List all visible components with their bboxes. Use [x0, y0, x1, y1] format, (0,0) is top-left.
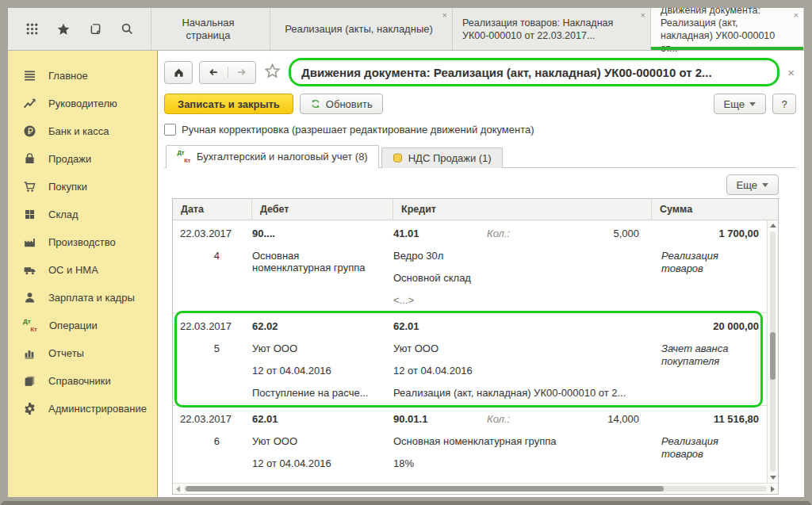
- column-header-debit[interactable]: Дебет: [252, 199, 393, 220]
- save-and-close-button[interactable]: Записать и закрыть: [164, 94, 293, 114]
- favorites-star-icon[interactable]: [56, 21, 71, 37]
- sidebar-item-prodazhi[interactable]: Продажи: [8, 145, 157, 173]
- help-button[interactable]: ?: [772, 94, 796, 114]
- search-icon[interactable]: [119, 21, 135, 37]
- column-header-date[interactable]: Дата: [173, 199, 252, 220]
- sidebar-item-label: Склад: [48, 209, 79, 220]
- sidebar-item-proizvodstvo[interactable]: Производство: [8, 228, 157, 256]
- scroll-right-icon[interactable]: [768, 486, 778, 492]
- tab-label: НДС Продажи (1): [408, 152, 492, 164]
- debit-analytics: Уют ООО: [252, 435, 393, 447]
- quick-toolbar: [8, 8, 151, 50]
- vertical-scrollbar[interactable]: [767, 220, 778, 483]
- sidebar-item-zarplata-i-kadry[interactable]: Зарплата и кадры: [8, 284, 157, 312]
- bar-chart-icon: [23, 346, 36, 360]
- refresh-button[interactable]: Обновить: [300, 94, 383, 114]
- person-icon: [23, 291, 36, 304]
- column-header-credit[interactable]: Кредит: [393, 199, 652, 220]
- tab-close-icon[interactable]: ×: [442, 11, 447, 19]
- sidebar-item-spravochniki[interactable]: Справочники: [8, 367, 157, 395]
- sidebar-item-operacii[interactable]: ДтКт Операции: [8, 312, 157, 339]
- sidebar-item-label: Покупки: [48, 181, 87, 193]
- table-rows: 22.03.2017 4 90.... Основная номенклатур…: [173, 220, 767, 483]
- tab-close-icon[interactable]: ×: [794, 11, 799, 19]
- horizontal-scroll-thumb[interactable]: [186, 486, 664, 492]
- manual-correction-checkbox[interactable]: [164, 124, 176, 136]
- tab-vat-sales[interactable]: НДС Продажи (1): [381, 147, 503, 168]
- scroll-left-icon[interactable]: [173, 486, 183, 492]
- scroll-up-icon[interactable]: [770, 220, 776, 231]
- sidebar: Главное Руководителю Банк и касса Продаж…: [8, 51, 158, 497]
- sidebar-item-label: Производство: [48, 236, 116, 248]
- history-icon[interactable]: [87, 21, 103, 37]
- row-description: Зачет аванса покупателя: [661, 342, 745, 368]
- sidebar-item-pokupki[interactable]: Покупки: [8, 173, 157, 201]
- tab-label: Движения документа: Реализация (акт, нак…: [661, 8, 789, 55]
- vertical-scroll-thumb[interactable]: [770, 332, 776, 380]
- cell-sum: 11 516,80: [652, 413, 759, 425]
- window-tabs: Начальная страница Реализация (акты, нак…: [151, 8, 804, 50]
- tab-close-icon[interactable]: ×: [641, 11, 645, 19]
- sidebar-item-os-i-nma[interactable]: ОС и НМА: [8, 256, 157, 284]
- close-icon[interactable]: ×: [786, 66, 796, 79]
- favorite-star-icon[interactable]: [264, 63, 281, 82]
- sidebar-item-label: Отчеты: [48, 347, 84, 359]
- sidebar-item-rukovoditelyu[interactable]: Руководителю: [8, 90, 157, 117]
- debit-account: 90....: [252, 228, 393, 239]
- sidebar-item-administrirovanie[interactable]: Администрирование: [8, 395, 157, 423]
- sidebar-item-label: Зарплата и кадры: [48, 292, 135, 304]
- row-number: 6: [180, 435, 220, 447]
- tab-realization-doc[interactable]: Реализация товаров: Накладная УК00-00001…: [453, 8, 651, 50]
- register-panel: Еще Дата Дебет Кредит Сумма: [164, 168, 796, 497]
- sidebar-item-label: Администрирование: [48, 403, 147, 415]
- table-more-button[interactable]: Еще: [726, 174, 779, 195]
- sidebar-item-label: ОС и НМА: [48, 264, 98, 276]
- more-label: Еще: [737, 179, 757, 191]
- tab-label: Бухгалтерский и налоговый учет (8): [197, 151, 368, 163]
- sidebar-item-glavnoe[interactable]: Главное: [8, 62, 157, 90]
- sidebar-item-bank-i-kassa[interactable]: Банк и касса: [8, 117, 157, 145]
- credit-analytics: Уют ООО: [393, 342, 652, 354]
- apps-menu-icon[interactable]: [24, 21, 40, 37]
- more-button[interactable]: Еще: [714, 94, 766, 114]
- tab-document-movements[interactable]: Движения документа: Реализация (акт, нак…: [651, 8, 804, 50]
- history-nav: [199, 61, 256, 84]
- table-row-highlighted[interactable]: 22.03.2017 5 62.02 Уют ООО 12 от 04.04.2…: [173, 312, 767, 405]
- sidebar-item-otchety[interactable]: Отчеты: [8, 339, 157, 367]
- table-header: Дата Дебет Кредит Сумма: [173, 199, 778, 220]
- forward-button[interactable]: [228, 67, 256, 78]
- top-tab-bar: Начальная страница Реализация (акты, нак…: [8, 8, 804, 51]
- purchases-cart-icon: [23, 180, 36, 193]
- table-row[interactable]: 22.03.2017 6 62.01 Уют ООО 12 от 04.04.2…: [173, 405, 767, 476]
- sidebar-item-label: Операции: [49, 319, 98, 331]
- scroll-down-icon[interactable]: [770, 472, 776, 483]
- back-button[interactable]: [200, 67, 228, 78]
- tab-realization-list[interactable]: Реализация (акты, накладные) ×: [270, 8, 453, 50]
- qty-label: Кол.:: [487, 413, 510, 425]
- horizontal-scrollbar[interactable]: [173, 483, 778, 494]
- horizontal-scroll-track[interactable]: [184, 486, 767, 492]
- credit-analytics: 18%: [393, 457, 652, 469]
- tab-label: Начальная страница: [161, 17, 255, 42]
- debit-analytics: Поступление на расче...: [252, 387, 393, 399]
- tab-accounting-register[interactable]: ДтКт Бухгалтерский и налоговый учет (8): [166, 145, 379, 168]
- warehouse-grid-icon: [23, 208, 36, 221]
- row-number: 4: [180, 250, 220, 262]
- gear-icon: [23, 402, 36, 415]
- cell-date: 22.03.2017: [180, 228, 252, 239]
- sidebar-item-label: Руководителю: [48, 98, 117, 109]
- row-description: Реализация товаров: [661, 435, 745, 461]
- vertical-scroll-track[interactable]: [770, 231, 776, 472]
- tab-home[interactable]: Начальная страница: [151, 8, 270, 50]
- table-row[interactable]: 22.03.2017 4 90.... Основная номенклатур…: [173, 220, 767, 312]
- sidebar-item-sklad[interactable]: Склад: [8, 201, 157, 228]
- cell-date: 22.03.2017: [180, 413, 252, 425]
- sales-bag-icon: [23, 152, 36, 166]
- manager-chart-icon: [23, 97, 36, 110]
- dt-kt-icon: ДтКт: [23, 319, 37, 332]
- debit-analytics: 12 от 04.04.2016: [252, 365, 393, 377]
- column-header-sum[interactable]: Сумма: [652, 199, 778, 220]
- production-factory-icon: [23, 235, 36, 249]
- cell-sum: 20 000,00: [652, 320, 759, 332]
- home-button[interactable]: [164, 61, 193, 84]
